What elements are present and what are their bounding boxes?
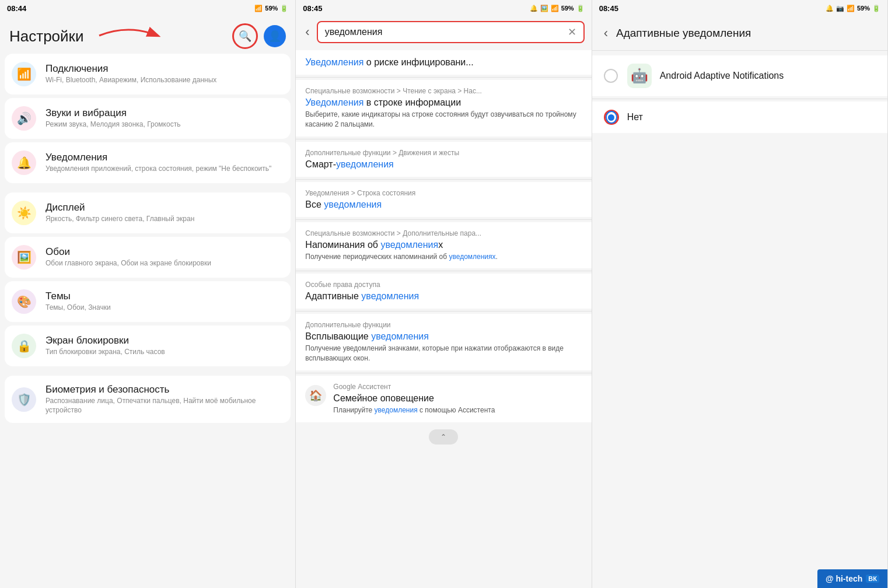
search-icon: 🔍: [239, 30, 251, 43]
wifi-icon: 📶: [12, 62, 36, 86]
battery-icon-1: 🔋: [280, 5, 288, 12]
connections-subtitle: Wi-Fi, Bluetooth, Авиарежим, Использован…: [46, 76, 284, 85]
wallpaper-title: Обои: [46, 246, 284, 258]
adaptive-divider: [592, 99, 887, 99]
breadcrumb-6: Особые права доступа: [305, 281, 582, 289]
search-result-1[interactable]: Уведомления о риске инфицировани...: [296, 50, 591, 75]
display-icon: ☀️: [12, 201, 36, 225]
red-arrow: [93, 21, 169, 50]
result-title-1: Уведомления о риске инфицировани...: [305, 57, 582, 68]
settings-item-connections[interactable]: 📶 Подключения Wi-Fi, Bluetooth, Авиарежи…: [5, 54, 291, 94]
settings-item-display[interactable]: ☀️ Дисплей Яркость, Фильтр синего света,…: [5, 192, 291, 233]
android-adaptive-label: Android Adaptive Notifications: [660, 71, 784, 81]
scroll-indicator[interactable]: ⌃: [296, 425, 591, 449]
result-title-8: Семейное оповещение: [333, 393, 495, 404]
adaptive-title: Адаптивные уведомления: [616, 27, 751, 40]
search-result-8[interactable]: 🏠 Google Ассистент Семейное оповещение П…: [296, 376, 591, 422]
settings-item-biometric[interactable]: 🛡️ Биометрия и безопасность Распознавани…: [5, 376, 291, 423]
search-result-2[interactable]: Специальные возможности > Чтение с экран…: [296, 80, 591, 136]
search-panel: 08:45 🔔 🖼️ 📶 59% 🔋 ‹ уведомления ✕ Уведо…: [296, 0, 592, 588]
result-desc-7: Получение уведомлений значками, которые …: [305, 344, 582, 363]
adaptive-option-none[interactable]: Нет: [592, 102, 887, 133]
back-icon-adaptive: ‹: [604, 26, 608, 40]
settings-header: Настройки 🔍 👤: [0, 16, 295, 54]
biometric-title: Биометрия и безопасность: [46, 384, 284, 396]
time-1: 08:44: [7, 4, 26, 13]
settings-item-lockscreen[interactable]: 🔒 Экран блокировки Тип блокировки экрана…: [5, 326, 291, 366]
result-title-2: Уведомления в строке информации: [305, 97, 582, 108]
search-header: ‹ уведомления ✕: [296, 16, 591, 48]
breadcrumb-5: Специальные возможности > Дополнительные…: [305, 229, 582, 237]
result-highlight-1: Уведомления: [305, 57, 363, 67]
sounds-subtitle: Режим звука, Мелодия звонка, Громкость: [46, 120, 284, 130]
divider-4: [296, 219, 591, 220]
biometric-subtitle: Распознавание лица, Отпечатки пальцев, Н…: [46, 397, 284, 415]
result-highlight-6: уведомления: [361, 291, 419, 301]
result-highlight-4: уведомления: [324, 200, 382, 209]
result-desc-5: Получение периодических напоминаний об у…: [305, 252, 582, 262]
result-title-6: Адаптивные уведомления: [305, 291, 582, 302]
divider-6: [296, 311, 591, 312]
lockscreen-subtitle: Тип блокировки экрана, Стиль часов: [46, 348, 284, 357]
themes-subtitle: Темы, Обои, Значки: [46, 303, 284, 313]
divider-1: [296, 77, 591, 78]
result-title-7: Всплывающие уведомления: [305, 331, 582, 342]
search-query: уведомления: [325, 27, 568, 37]
connections-title: Подключения: [46, 63, 284, 75]
result-desc-2: Выберите, какие индикаторы на строке сос…: [305, 110, 582, 130]
header-icons: 🔍 👤: [232, 23, 286, 49]
display-subtitle: Яркость, Фильтр синего света, Главный эк…: [46, 215, 284, 224]
search-result-6[interactable]: Особые права доступа Адаптивные уведомле…: [296, 274, 591, 309]
lockscreen-icon: 🔒: [12, 334, 36, 358]
result-desc-8: Планируйте уведомления с помощью Ассисте…: [333, 405, 495, 415]
watermark: @ hi-tech ВК: [817, 569, 887, 588]
time-2: 08:45: [303, 4, 322, 13]
breadcrumb-3: Дополнительные функции > Движения и жест…: [305, 149, 582, 157]
battery-icon-2: 🔋: [576, 5, 585, 12]
search-result-4[interactable]: Уведомления > Строка состояния Все уведо…: [296, 182, 591, 217]
result-title-4: Все уведомления: [305, 200, 582, 210]
radio-android[interactable]: [604, 69, 618, 83]
signal-icon-1: 📶: [254, 5, 263, 12]
search-result-7[interactable]: Дополнительные функции Всплывающие уведо…: [296, 314, 591, 370]
themes-title: Темы: [46, 290, 284, 302]
google-assistant-icon: 🏠: [305, 385, 326, 406]
settings-item-wallpaper[interactable]: 🖼️ Обои Обои главного экрана, Обои на эк…: [5, 237, 291, 278]
search-result-3[interactable]: Дополнительные функции > Движения и жест…: [296, 142, 591, 177]
profile-button[interactable]: 👤: [264, 25, 286, 47]
battery-3: 59%: [857, 5, 870, 12]
status-bar-2: 08:45 🔔 🖼️ 📶 59% 🔋: [296, 0, 591, 16]
time-3: 08:45: [599, 4, 618, 13]
profile-icon: 👤: [268, 30, 281, 43]
status-icons-1: 📶 59% 🔋: [254, 5, 288, 12]
settings-item-notifications[interactable]: 🔔 Уведомления Уведомления приложений, ст…: [5, 142, 291, 183]
search-button[interactable]: 🔍: [232, 23, 258, 49]
display-title: Дисплей: [46, 202, 284, 214]
signal-icon-3: 📶: [847, 5, 855, 12]
settings-list: 📶 Подключения Wi-Fi, Bluetooth, Авиарежи…: [0, 54, 295, 588]
notif-icon-3: 🔔: [826, 5, 834, 12]
notif-icon: 🔔: [12, 150, 36, 175]
result-highlight-3: уведомления: [336, 159, 394, 169]
settings-item-themes[interactable]: 🎨 Темы Темы, Обои, Значки: [5, 281, 291, 322]
back-button-search[interactable]: ‹: [303, 22, 312, 42]
back-button-adaptive[interactable]: ‹: [602, 23, 610, 43]
adaptive-header: ‹ Адаптивные уведомления: [592, 16, 887, 51]
settings-panel: 08:44 📶 59% 🔋 Настройки: [0, 0, 296, 588]
settings-item-sounds[interactable]: 🔊 Звуки и вибрация Режим звука, Мелодия …: [5, 98, 291, 139]
status-icons-3: 🔔 📷 📶 59% 🔋: [826, 5, 880, 12]
adaptive-panel: 08:45 🔔 📷 📶 59% 🔋 ‹ Адаптивные уведомлен…: [592, 0, 888, 588]
clear-search-button[interactable]: ✕: [568, 26, 576, 38]
search-results: Уведомления о риске инфицировани... Спец…: [296, 48, 591, 588]
back-icon-search: ‹: [305, 24, 309, 39]
result-highlight-5: уведомления: [380, 240, 438, 250]
search-result-5[interactable]: Специальные возможности > Дополнительные…: [296, 222, 591, 269]
notif-title: Уведомления: [46, 152, 284, 163]
adaptive-option-android[interactable]: 🤖 Android Adaptive Notifications: [592, 55, 887, 96]
search-box[interactable]: уведомления ✕: [317, 21, 585, 43]
notif-subtitle: Уведомления приложений, строка состояния…: [46, 164, 284, 174]
breadcrumb-2: Специальные возможности > Чтение с экран…: [305, 87, 582, 95]
android-app-icon: 🤖: [627, 64, 652, 88]
result-highlight-7: уведомления: [371, 331, 429, 341]
sound-icon: 🔊: [12, 106, 36, 131]
